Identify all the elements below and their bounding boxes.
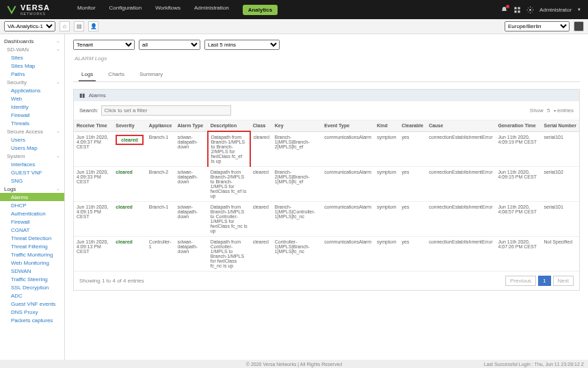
entries-control: Show 5 ▾ entries [530, 107, 574, 114]
sidebar-item-firewall[interactable]: Firewall [0, 218, 64, 226]
sidebar-item-packets-captures[interactable]: Packets captures [0, 316, 64, 324]
table-row[interactable]: Jun 11th 2020, 4:09:37 PM CESTclearedBra… [74, 131, 579, 167]
nav-monitor[interactable]: Monitor [77, 5, 96, 15]
col-kind[interactable]: Kind [374, 120, 399, 131]
col-event-type[interactable]: Event Type [321, 120, 374, 131]
chevron-down-icon[interactable]: ▾ [554, 109, 556, 113]
user-button[interactable]: 👤 [88, 21, 98, 31]
nav-configuration[interactable]: Configuration [109, 5, 142, 15]
top-bar: VERSA NETWORKS MonitorConfigurationWorkf… [0, 0, 588, 19]
svg-rect-0 [514, 7, 516, 9]
list-button[interactable]: ▤ [74, 21, 84, 31]
tab-summary[interactable]: Summary [137, 68, 165, 81]
sidebar-item-sd-wan[interactable]: SD-WAN⌄ [0, 45, 64, 53]
expand-button[interactable] [574, 21, 584, 31]
nav-workflows[interactable]: Workflows [155, 5, 181, 15]
chevron-down-icon: ⌄ [56, 38, 60, 44]
col-serial-number[interactable]: Serial Number [542, 120, 580, 131]
chevron-down-icon[interactable]: ▼ [577, 8, 581, 12]
sidebar-item-sites-map[interactable]: Sites Map [0, 62, 64, 70]
panel-title: ALARM Logs [75, 55, 578, 62]
sidebar-item-cgnat[interactable]: CGNAT [0, 226, 64, 234]
sidebar-item-threat-filtering[interactable]: Threat Filtering [0, 242, 64, 250]
gear-icon[interactable] [526, 6, 534, 14]
timezone-selector[interactable]: Europe/Berlin [505, 21, 570, 31]
sidebar-item-sdwan[interactable]: SDWAN [0, 267, 64, 275]
col-description[interactable]: Description [208, 120, 250, 131]
pager: Previous 1 Next [505, 276, 574, 286]
brand-name: VERSA [21, 3, 50, 12]
tenant-selector[interactable]: VA-Analytics-1 [4, 21, 55, 31]
sidebar-item-logs[interactable]: Logs⌄ [0, 185, 64, 193]
table-footer: Showing 1 to 4 of 4 entries Previous 1 N… [74, 272, 579, 290]
tenant-filter[interactable]: Tenant [73, 40, 135, 50]
sidebar-item-alarms[interactable]: Alarms [0, 193, 64, 201]
tab-charts[interactable]: Charts [105, 68, 127, 81]
sidebar-item-ssl-decryption[interactable]: SSL Decryption [0, 283, 64, 291]
sidebar-item-secure-access[interactable]: Secure Access⌄ [0, 127, 64, 135]
col-appliance[interactable]: Appliance [146, 120, 175, 131]
search-input[interactable] [101, 105, 231, 116]
brand-logo: VERSA NETWORKS [7, 3, 50, 16]
sidebar-item-threat-detection[interactable]: Threat Detection [0, 234, 64, 242]
sidebar-item-guest-vnf[interactable]: GUEST VNF [0, 168, 64, 176]
grid-icon[interactable] [513, 6, 521, 14]
sidebar-item-interfaces[interactable]: Interfaces [0, 160, 64, 168]
tab-logs[interactable]: Logs [79, 68, 96, 81]
sidebar-item-users[interactable]: Users [0, 135, 64, 144]
copyright: © 2020 Versa Networks | All Rights Reser… [246, 362, 342, 367]
sidebar-item-threats[interactable]: Threats [0, 119, 64, 127]
sidebar: Dashboards⌄SD-WAN⌄SitesSites MapPathsSec… [0, 34, 65, 360]
col-receive-time[interactable]: Receive Time [74, 120, 113, 131]
sidebar-item-traffic-monitoring[interactable]: Traffic Monitoring [0, 250, 64, 259]
entries-select[interactable]: 5 [547, 107, 550, 114]
sidebar-item-web[interactable]: Web [0, 94, 64, 103]
nav-administration[interactable]: Administration [194, 5, 229, 15]
table-row[interactable]: Jun 11th 2020, 4:09:15 PM CESTclearedBra… [74, 202, 579, 237]
page-1-button[interactable]: 1 [538, 276, 550, 286]
sidebar-item-authentication[interactable]: Authentication [0, 209, 64, 218]
nav-analytics[interactable]: Analytics [243, 5, 278, 15]
table-row[interactable]: Jun 11th 2020, 4:09:13 PM CESTclearedCon… [74, 237, 579, 272]
chevron-down-icon: ⌄ [56, 79, 60, 85]
sidebar-item-web-monitoring[interactable]: Web Monitoring [0, 259, 64, 267]
topbar-right: Administrator ▼ [500, 6, 581, 14]
sidebar-item-dns-proxy[interactable]: DNS Proxy [0, 308, 64, 316]
sidebar-item-firewall[interactable]: Firewall [0, 111, 64, 119]
bell-icon[interactable] [500, 6, 508, 14]
svg-rect-2 [514, 10, 516, 12]
sidebar-item-sng[interactable]: SNG [0, 176, 64, 185]
col-generation-time[interactable]: Generation Time [496, 120, 542, 131]
sidebar-item-guest-vnf-events[interactable]: Guest VNF events [0, 300, 64, 308]
timerange-filter[interactable]: Last 5 mins [204, 40, 280, 50]
sidebar-item-dhcp[interactable]: DHCP [0, 201, 64, 209]
col-clearable[interactable]: Clearable [399, 120, 427, 131]
col-alarm-type[interactable]: Alarm Type [175, 120, 208, 131]
col-class[interactable]: Class [250, 120, 272, 131]
sidebar-item-identity[interactable]: Identity [0, 103, 64, 111]
svg-rect-3 [518, 10, 520, 12]
sidebar-item-system[interactable]: System⌄ [0, 152, 64, 160]
sidebar-item-sites[interactable]: Sites [0, 53, 64, 62]
sidebar-item-security[interactable]: Security⌄ [0, 78, 64, 86]
prev-button[interactable]: Previous [505, 276, 536, 286]
sidebar-item-adc[interactable]: ADC [0, 291, 64, 300]
entries-label: entries [557, 107, 574, 114]
sidebar-item-applications[interactable]: Applications [0, 86, 64, 94]
col-severity[interactable]: Severity [113, 120, 146, 131]
sidebar-item-dashboards[interactable]: Dashboards⌄ [0, 37, 64, 45]
home-button[interactable]: ⌂ [59, 21, 70, 31]
table-row[interactable]: Jun 11th 2020, 4:09:33 PM CESTclearedBra… [74, 167, 579, 202]
main-layout: Dashboards⌄SD-WAN⌄SitesSites MapPathsSec… [0, 34, 588, 360]
sidebar-item-paths[interactable]: Paths [0, 70, 64, 78]
col-key[interactable]: Key [272, 120, 322, 131]
all-filter[interactable]: all [139, 40, 200, 50]
page-footer: © 2020 Versa Networks | All Rights Reser… [0, 360, 588, 368]
col-cause[interactable]: Cause [426, 120, 495, 131]
next-button[interactable]: Next [553, 276, 574, 286]
search-label: Search: [79, 107, 98, 114]
user-menu[interactable]: Administrator [539, 7, 572, 13]
chevron-down-icon: ⌄ [56, 47, 60, 52]
sidebar-item-users-map[interactable]: Users Map [0, 144, 64, 152]
sidebar-item-traffic-steering[interactable]: Traffic Steering [0, 275, 64, 283]
